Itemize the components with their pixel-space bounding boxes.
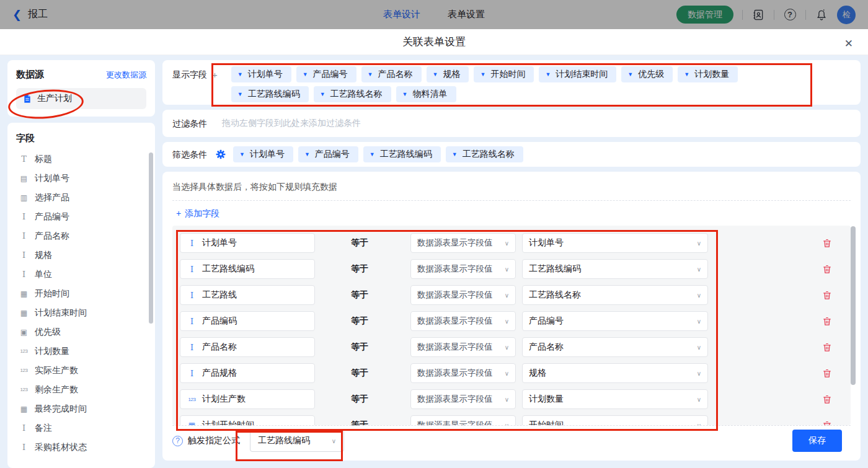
- source-field-select[interactable]: 规格 ∨: [522, 363, 708, 383]
- tag-label: 工艺路线编码: [248, 89, 300, 100]
- rules-scrollbar[interactable]: [851, 226, 856, 385]
- gear-icon[interactable]: [216, 149, 226, 159]
- help-icon[interactable]: ?: [172, 436, 183, 446]
- contacts-icon[interactable]: [751, 8, 765, 22]
- close-icon[interactable]: ✕: [844, 37, 853, 50]
- field-list-item[interactable]: 123 实际生产数: [16, 361, 146, 380]
- display-field-tag[interactable]: ▼ 规格: [427, 66, 469, 82]
- field-type-icon: I: [19, 270, 29, 279]
- source-field-select[interactable]: 工艺路线名称 ∨: [522, 285, 708, 305]
- source-type-select[interactable]: 数据源表显示字段值 ∨: [410, 285, 516, 305]
- tab-form-settings[interactable]: 表单设置: [448, 9, 485, 20]
- add-field-link[interactable]: +添加字段: [176, 208, 219, 219]
- display-field-tag[interactable]: ▼ 计划单号: [231, 66, 291, 82]
- field-list-item[interactable]: ▤ 计划单号: [16, 169, 146, 188]
- field-list-item[interactable]: ▦ 开始时间: [16, 284, 146, 303]
- plus-icon: +: [176, 208, 181, 218]
- tag-label: 物料清单: [413, 89, 448, 100]
- field-list-item[interactable]: I 采购耗材状态: [16, 438, 146, 457]
- field-list-item[interactable]: T 标题: [16, 149, 146, 169]
- fill-rules-card: 当选择具体数据后，将按如下规则填充数据 +添加字段 I 计划单号: [162, 172, 861, 461]
- sift-field-tag[interactable]: ▼ 工艺路线名称: [446, 146, 523, 162]
- target-field-input[interactable]: I 工艺路线编码: [180, 259, 315, 279]
- datasource-item-production-plan[interactable]: 生产计划: [16, 88, 146, 109]
- source-type-select[interactable]: 数据源表显示字段值 ∨: [410, 363, 516, 383]
- sift-field-tag[interactable]: ▼ 计划单号: [233, 146, 293, 162]
- notification-bell-icon[interactable]: [815, 8, 828, 22]
- sift-label: 筛选条件: [172, 146, 207, 163]
- sift-field-tag[interactable]: ▼ 工艺路线编码: [363, 146, 441, 162]
- operator-label: 等于: [351, 420, 391, 425]
- display-field-tag[interactable]: ▼ 开始时间: [474, 66, 534, 82]
- source-type-select[interactable]: 数据源表显示字段值 ∨: [410, 337, 516, 357]
- source-field-select[interactable]: 计划单号 ∨: [522, 233, 708, 253]
- rules-list: I 计划单号 等于 数据源表显示字段值 ∨ 计划单号: [172, 226, 851, 425]
- field-list-item[interactable]: I 产品编号: [16, 207, 146, 226]
- source-type-select[interactable]: 数据源表显示字段值 ∨: [410, 259, 516, 279]
- target-field-input[interactable]: I 产品名称: [180, 337, 315, 357]
- filter-label: 过滤条件: [172, 115, 207, 132]
- field-list-item[interactable]: I 产品名称: [16, 226, 146, 245]
- help-icon[interactable]: ?: [783, 8, 797, 22]
- field-list-item[interactable]: 123 计划数量: [16, 342, 146, 361]
- display-field-tag[interactable]: ▼ 产品名称: [361, 66, 422, 82]
- target-field-label: 工艺路线: [202, 289, 237, 301]
- change-datasource-link[interactable]: 更改数据源: [106, 69, 146, 81]
- delete-row-button[interactable]: [822, 316, 832, 327]
- source-type-select[interactable]: 数据源表显示字段值 ∨: [410, 415, 516, 425]
- display-field-tag[interactable]: ▼ 产品编号: [296, 66, 356, 82]
- field-list-item[interactable]: 123 剩余生产数: [16, 380, 146, 399]
- source-field-select[interactable]: 开始时间 ∨: [522, 415, 708, 425]
- display-field-tag[interactable]: ▼ 工艺路线名称: [314, 86, 391, 102]
- display-field-tag[interactable]: ▼ 计划数量: [678, 66, 738, 82]
- source-field-select[interactable]: 产品编号 ∨: [522, 311, 708, 331]
- avatar[interactable]: 检: [837, 6, 856, 24]
- field-list-item[interactable]: I 备注: [16, 418, 146, 438]
- delete-row-button[interactable]: [822, 420, 832, 426]
- field-list-item[interactable]: ▦ 计划结束时间: [16, 303, 146, 322]
- target-field-input[interactable]: I 工艺路线: [180, 285, 315, 305]
- source-type-select[interactable]: 数据源表显示字段值 ∨: [410, 233, 516, 253]
- tag-label: 计划数量: [694, 69, 729, 80]
- source-type-select[interactable]: 数据源表显示字段值 ∨: [410, 389, 516, 409]
- back-chevron-icon[interactable]: ❮: [12, 9, 22, 20]
- trigger-formula-select[interactable]: 工艺路线编码 ∨: [250, 430, 344, 452]
- filter-drop-placeholder[interactable]: 拖动左侧字段到此处来添加过滤条件: [222, 118, 361, 129]
- delete-row-button[interactable]: [822, 238, 832, 249]
- delete-row-button[interactable]: [822, 394, 832, 405]
- field-list-item[interactable]: I 规格: [16, 245, 146, 265]
- source-field-select[interactable]: 计划数量 ∨: [522, 389, 708, 409]
- field-list-item[interactable]: ▦ 最终完成时间: [16, 399, 146, 418]
- display-field-tag[interactable]: ▼ 优先级: [621, 66, 673, 82]
- data-manage-button[interactable]: 数据管理: [676, 6, 733, 24]
- delete-row-button[interactable]: [822, 264, 832, 275]
- add-display-field-button[interactable]: +: [212, 66, 218, 99]
- save-button[interactable]: 保存: [792, 430, 842, 452]
- app-window: ❮ 报工 表单设计 表单设置 数据管理 ?: [0, 0, 868, 468]
- source-type-select[interactable]: 数据源表显示字段值 ∨: [410, 311, 516, 331]
- target-field-label: 工艺路线编码: [202, 263, 254, 275]
- field-list-item[interactable]: ▣ 优先级: [16, 322, 146, 342]
- tab-form-design[interactable]: 表单设计: [383, 9, 420, 20]
- delete-row-button[interactable]: [822, 368, 832, 379]
- target-field-input[interactable]: ▦ 计划开始时间: [180, 415, 315, 425]
- target-field-input[interactable]: 123 计划生产数: [180, 389, 315, 409]
- source-field-select[interactable]: 工艺路线编码 ∨: [522, 259, 708, 279]
- sidebar-scrollbar[interactable]: [149, 152, 153, 324]
- field-list-item[interactable]: ▥ 选择产品: [16, 188, 146, 207]
- source-field-select[interactable]: 产品名称 ∨: [522, 337, 708, 357]
- trigger-formula-value: 工艺路线编码: [258, 435, 310, 446]
- field-label: 开始时间: [35, 288, 69, 299]
- datasource-item-label: 生产计划: [37, 93, 72, 104]
- field-list-item[interactable]: I 单位: [16, 265, 146, 284]
- delete-row-button[interactable]: [822, 290, 832, 301]
- sift-field-tag[interactable]: ▼ 产品编号: [298, 146, 358, 162]
- caret-down-icon: ▼: [368, 71, 373, 77]
- target-field-input[interactable]: I 计划单号: [180, 233, 315, 253]
- delete-row-button[interactable]: [822, 342, 832, 353]
- display-field-tag[interactable]: ▼ 计划结束时间: [539, 66, 616, 82]
- display-field-tag[interactable]: ▼ 物料清单: [396, 86, 456, 102]
- target-field-input[interactable]: I 产品规格: [180, 363, 315, 383]
- target-field-input[interactable]: I 产品编码: [180, 311, 315, 331]
- display-field-tag[interactable]: ▼ 工艺路线编码: [231, 86, 309, 102]
